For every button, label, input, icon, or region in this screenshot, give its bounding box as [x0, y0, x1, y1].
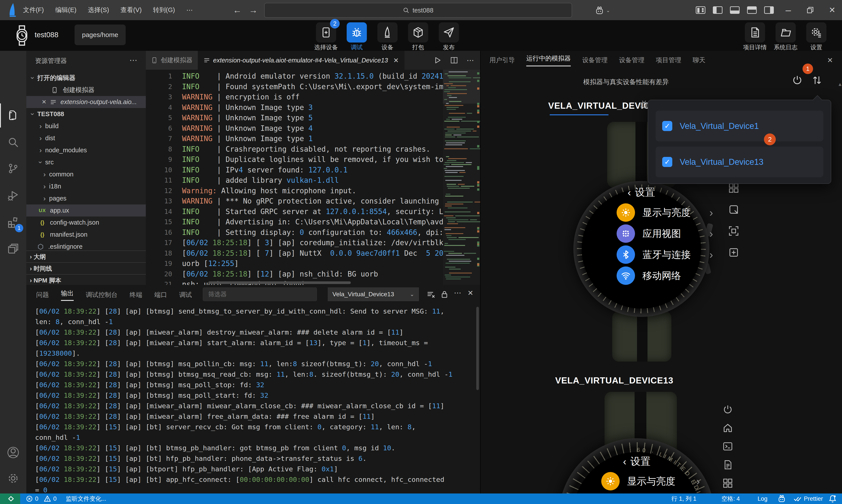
simulator-tab-聊天[interactable]: 聊天: [693, 56, 705, 65]
assistant-status-icon[interactable]: [777, 493, 786, 504]
problems-status[interactable]: 0 0: [26, 493, 56, 504]
panel-tab-输出[interactable]: 输出: [61, 289, 74, 301]
open-editors-header[interactable]: ›打开的编辑器: [26, 72, 146, 84]
panel-more-icon[interactable]: ⋯: [454, 288, 461, 297]
horizontal-scrollbar[interactable]: [208, 281, 351, 284]
watch-menu-移动网络[interactable]: 移动网络: [617, 265, 713, 286]
power-icon[interactable]: [722, 404, 733, 415]
power-icon[interactable]: [792, 74, 803, 86]
page-chip[interactable]: pages/home: [74, 24, 126, 45]
scroll-up-icon[interactable]: ▲: [838, 82, 842, 87]
tree-item-manifest.json[interactable]: {}manifest.json: [26, 229, 146, 240]
open-editor-create-simulator[interactable]: 创建模拟器: [26, 84, 146, 96]
close-simulator-icon[interactable]: ✕: [827, 56, 833, 65]
minimap[interactable]: [443, 70, 480, 285]
tree-item-pages[interactable]: ›pages: [26, 193, 146, 204]
watch-menu-显示与亮度[interactable]: 显示与亮度›: [601, 471, 700, 492]
menu-selection[interactable]: 选择(S): [88, 6, 109, 15]
tree-item-node_modules[interactable]: ›node_modules: [26, 144, 146, 156]
formatter-status[interactable]: Prettier: [793, 493, 823, 504]
library-icon[interactable]: [0, 237, 26, 261]
tree-item-app.ux[interactable]: UXapp.ux: [26, 204, 146, 216]
switch-device-icon[interactable]: [811, 74, 823, 86]
open-editor-extension-output[interactable]: ✕extension-output-vela.aio...: [26, 96, 146, 108]
panel-tab-问题[interactable]: 问题: [36, 291, 49, 299]
explorer-icon[interactable]: [0, 104, 26, 128]
toolbar-button-项目详情[interactable]: 项目详情: [738, 22, 771, 51]
clear-output-icon[interactable]: [426, 290, 435, 299]
tab-create-simulator[interactable]: 创建模拟器: [146, 51, 198, 70]
tree-item-dist[interactable]: ›dist: [26, 132, 146, 144]
toolbar-button-调试[interactable]: 调试: [340, 22, 373, 51]
simulator-tab-用户引导[interactable]: 用户引导: [489, 56, 515, 65]
source-control-icon[interactable]: [0, 157, 26, 181]
tree-item-i18n[interactable]: ›i18n: [26, 180, 146, 193]
checkbox-checked-icon[interactable]: ✓: [662, 121, 672, 131]
simulator-tab-项目管理[interactable]: 项目管理: [656, 56, 681, 65]
tree-item-build[interactable]: ›build: [26, 120, 146, 132]
tree-item-src[interactable]: ›src: [26, 156, 146, 168]
simulator-tab-设备管理[interactable]: 设备管理: [619, 56, 645, 65]
new-window-icon[interactable]: [728, 247, 739, 258]
terminal-icon[interactable]: [722, 441, 733, 452]
toolbar-button-选择设备[interactable]: 2选择设备: [310, 22, 343, 51]
minimize-button[interactable]: –: [780, 0, 796, 20]
close-tab-icon[interactable]: ✕: [393, 56, 399, 64]
panel-tab-端口[interactable]: 端口: [154, 291, 167, 299]
toolbar-button-发布[interactable]: 发布: [433, 22, 465, 51]
panel-tab-调试控制台[interactable]: 调试控制台: [86, 291, 118, 299]
back-icon[interactable]: ‹: [623, 455, 626, 467]
split-editor-icon[interactable]: [450, 56, 458, 64]
checkbox-checked-icon[interactable]: ✓: [662, 157, 672, 167]
tab-extension-output[interactable]: extension-output-vela.aiot-emulator-#4-V…: [198, 51, 405, 70]
simulator-tab-设备管理[interactable]: 设备管理: [582, 56, 608, 65]
search-sidebar-icon[interactable]: [0, 130, 26, 154]
menu-file[interactable]: 文件(F): [23, 6, 44, 15]
output-log[interactable]: [06/02 18:39:22] [28] [ap] [btmsg] send_…: [35, 306, 471, 493]
watch-menu-显示与亮度[interactable]: 显示与亮度›: [617, 202, 713, 223]
settings-gear-icon[interactable]: [0, 466, 26, 490]
watcher-status[interactable]: 监听文件变化...: [66, 493, 106, 504]
simulator-tab-运行中的模拟器[interactable]: 运行中的模拟器: [526, 54, 571, 67]
watch-menu-应用视图[interactable]: 应用视图›: [617, 223, 713, 244]
run-file-icon[interactable]: [434, 56, 442, 64]
close-icon[interactable]: ✕: [42, 98, 47, 105]
menu-goto[interactable]: 转到(G): [153, 6, 175, 15]
apps-grid-icon[interactable]: [722, 478, 733, 489]
toggle-sidebar-icon[interactable]: [710, 0, 725, 20]
rotate-screen-icon[interactable]: [728, 204, 739, 215]
sidebar-section-2[interactable]: ›时间线: [26, 262, 146, 274]
customize-layout-icon[interactable]: [693, 0, 708, 20]
output-channel-select[interactable]: Vela_Virtual_Device13 ⌄: [328, 288, 419, 301]
remote-indicator[interactable]: [0, 493, 20, 504]
apps-grid-icon[interactable]: [728, 182, 739, 194]
search-input[interactable]: test088: [264, 3, 572, 18]
language-mode[interactable]: Log: [758, 493, 768, 504]
toolbar-button-设备[interactable]: 设备: [371, 22, 404, 51]
nav-back-button[interactable]: ←: [233, 0, 242, 20]
close-button[interactable]: ✕: [824, 0, 840, 20]
sidebar-section-1[interactable]: ›大纲: [26, 250, 146, 263]
panel-scrollbar[interactable]: [476, 307, 479, 390]
toggle-panel-icon[interactable]: [727, 0, 742, 20]
menu-more[interactable]: ⋯: [187, 6, 193, 14]
menu-edit[interactable]: 编辑(E): [55, 6, 76, 15]
log-file-icon[interactable]: [722, 459, 733, 470]
project-root[interactable]: ›TEST088: [26, 108, 146, 120]
toolbar-button-设置[interactable]: 设置: [800, 22, 833, 51]
notifications-bell-icon[interactable]: [828, 493, 837, 504]
restore-button[interactable]: [803, 0, 818, 20]
indentation-status[interactable]: 空格: 4: [721, 493, 740, 504]
sidebar-more-icon[interactable]: ⋯: [129, 56, 137, 65]
device2-title[interactable]: VELA_VIRTUAL_DEVICE13: [555, 376, 673, 385]
panel-tab-调试[interactable]: 调试: [179, 291, 192, 299]
sidebar-section-3[interactable]: ›NPM 脚本: [26, 274, 146, 285]
tree-item-common[interactable]: ›common: [26, 168, 146, 180]
nav-forward-button[interactable]: →: [249, 0, 258, 20]
run-debug-icon[interactable]: [0, 183, 26, 207]
log-editor[interactable]: 1INFO | Android emulator version 32.1.15…: [146, 70, 480, 285]
cursor-position[interactable]: 行 1, 列 1: [671, 493, 697, 504]
device-option-2[interactable]: ✓ Vela_Virtual_Device13: [655, 147, 823, 177]
filter-input[interactable]: [203, 288, 317, 301]
tree-item-config-watch.json[interactable]: {}config-watch.json: [26, 216, 146, 229]
